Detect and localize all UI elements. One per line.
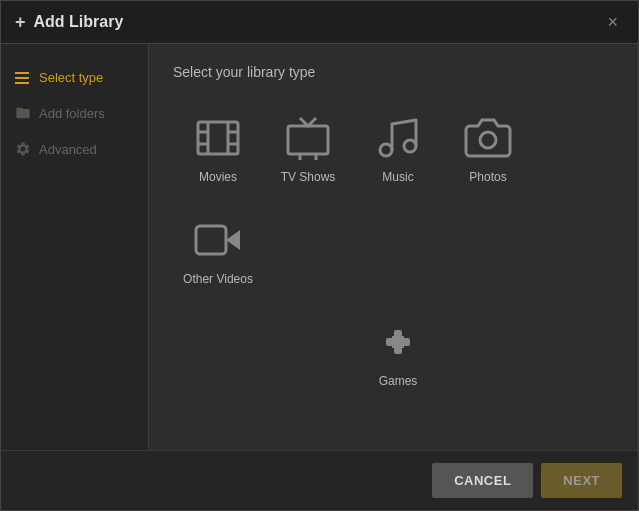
svg-rect-17 xyxy=(392,336,404,348)
titlebar-left: + Add Library xyxy=(15,12,123,33)
camera-icon xyxy=(464,114,512,162)
library-item-games[interactable]: Games xyxy=(353,312,443,394)
library-label-music: Music xyxy=(382,170,413,184)
main-content: Select your library type Movies xyxy=(149,44,638,450)
window-title: Add Library xyxy=(34,13,124,31)
library-item-movies[interactable]: Movies xyxy=(173,108,263,190)
next-button[interactable]: NEXT xyxy=(541,463,622,498)
footer: CANCEL NEXT xyxy=(1,450,638,510)
svg-rect-7 xyxy=(288,126,328,154)
library-item-photos[interactable]: Photos xyxy=(443,108,533,190)
section-title: Select your library type xyxy=(173,64,614,80)
library-label-other-videos: Other Videos xyxy=(183,272,253,286)
svg-point-11 xyxy=(404,140,416,152)
gear-icon xyxy=(15,141,31,157)
music-icon xyxy=(374,114,422,162)
sidebar-item-select-type[interactable]: Select type xyxy=(1,60,148,95)
library-item-music[interactable]: Music xyxy=(353,108,443,190)
titlebar: + Add Library × xyxy=(1,1,638,44)
close-button[interactable]: × xyxy=(601,11,624,33)
video-camera-icon xyxy=(194,216,242,264)
library-label-movies: Movies xyxy=(199,170,237,184)
sidebar-label-select-type: Select type xyxy=(39,70,103,85)
library-label-photos: Photos xyxy=(469,170,506,184)
menu-icon xyxy=(15,72,29,84)
sidebar-item-advanced[interactable]: Advanced xyxy=(1,131,148,167)
library-item-tv-shows[interactable]: TV Shows xyxy=(263,108,353,190)
folder-icon xyxy=(15,105,31,121)
library-label-tv-shows: TV Shows xyxy=(281,170,336,184)
sidebar-label-advanced: Advanced xyxy=(39,142,97,157)
title-plus-icon: + xyxy=(15,12,26,33)
library-label-games: Games xyxy=(379,374,418,388)
svg-rect-14 xyxy=(196,226,226,254)
gamepad-icon xyxy=(374,318,422,366)
svg-point-10 xyxy=(380,144,392,156)
svg-rect-0 xyxy=(198,122,238,154)
window-body: Select type Add folders Advanced Select … xyxy=(1,44,638,450)
svg-point-12 xyxy=(480,132,496,148)
svg-marker-13 xyxy=(226,230,240,250)
add-library-window: + Add Library × Select type Add folders xyxy=(0,0,639,511)
tv-icon xyxy=(284,114,332,162)
sidebar-item-add-folders[interactable]: Add folders xyxy=(1,95,148,131)
library-type-grid: Movies TV Shows xyxy=(173,108,614,394)
cancel-button[interactable]: CANCEL xyxy=(432,463,533,498)
film-icon xyxy=(194,114,242,162)
library-item-other-videos[interactable]: Other Videos xyxy=(173,210,263,292)
sidebar: Select type Add folders Advanced xyxy=(1,44,149,450)
sidebar-label-add-folders: Add folders xyxy=(39,106,105,121)
